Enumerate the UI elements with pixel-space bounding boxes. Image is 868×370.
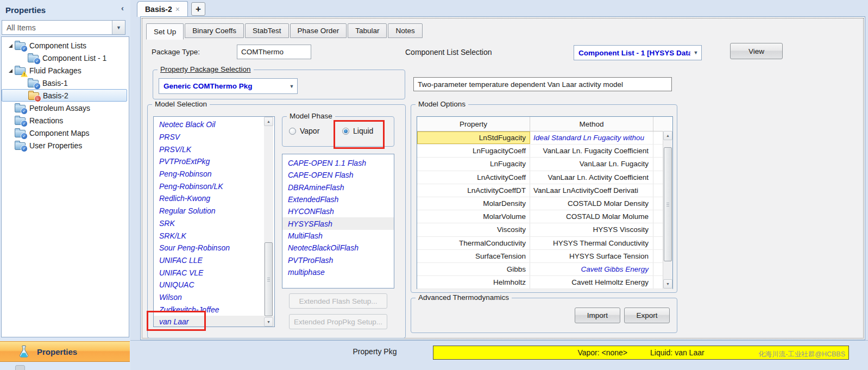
model-item-zudkevitch-joffee[interactable]: Zudkevitch-Joffee <box>154 303 274 316</box>
all-items-filter-select[interactable]: All Items ▼ <box>2 20 125 35</box>
method-cell[interactable]: HYSYS Viscosity <box>530 223 653 236</box>
model-item-peng-robinson-lk[interactable]: Peng-Robinson/LK <box>154 180 274 192</box>
tree-item-basis-2[interactable]: Basis-2 <box>2 89 127 102</box>
tree-expander-icon[interactable] <box>6 41 15 50</box>
model-item-wilson[interactable]: Wilson <box>154 291 274 304</box>
table-row-gibbs[interactable]: GibbsCavett Gibbs Energy <box>417 263 672 276</box>
chevron-down-icon[interactable]: ▼ <box>286 79 297 93</box>
property-package-select[interactable]: Generic COMThermo Pkg ▼ <box>159 78 298 94</box>
collapse-sidebar-icon[interactable]: ‹ <box>121 3 124 12</box>
method-cell[interactable]: VanLaar LnActivityCoeff Derivati <box>530 184 653 197</box>
close-tab-icon[interactable]: × <box>175 5 180 14</box>
table-row-viscosity[interactable]: ViscosityHYSYS Viscosity <box>417 223 672 236</box>
table-row-helmholtz[interactable]: HelmholtzCavett Helmoltz Energy <box>417 276 672 289</box>
document-tab-basis-2[interactable]: Basis-2 × <box>137 1 188 17</box>
method-cell[interactable]: VanLaar Ln. Fugacity <box>530 158 653 170</box>
tab-notes[interactable]: Notes <box>388 23 422 38</box>
method-cell[interactable]: Ideal Standard Ln Fugacity withou <box>530 131 653 144</box>
table-row-lnactivitycoeff[interactable]: LnActivityCoeffVanLaar Ln. Activity Coef… <box>417 171 672 184</box>
scrollbar-thumb[interactable] <box>265 242 273 316</box>
model-item-pvtproextpkg[interactable]: PVTProExtPkg <box>154 155 274 168</box>
table-scrollbar[interactable]: ▲ ▼ <box>663 131 672 289</box>
flash-list[interactable]: CAPE-OPEN 1.1 FlashCAPE-OPEN FlashDBRAmi… <box>282 154 394 289</box>
model-selection-list[interactable]: Neotec Black OilPRSVPRSV/LKPVTProExtPkgP… <box>153 116 275 327</box>
flash-item-hysysflash[interactable]: HYSYSFlash <box>282 217 394 229</box>
tree-item-component-list-1[interactable]: Component List - 1 <box>2 52 129 64</box>
model-item-prsv[interactable]: PRSV <box>154 131 274 143</box>
package-type-field[interactable]: COMThermo <box>237 45 311 59</box>
model-item-peng-robinson[interactable]: Peng-Robinson <box>154 168 274 180</box>
vapor-radio[interactable]: Vapor <box>289 127 319 135</box>
tree-item-component-lists[interactable]: Component Lists <box>2 39 129 52</box>
tab-binary-coeffs[interactable]: Binary Coeffs <box>185 23 244 38</box>
tree-item-petroleum-assays[interactable]: Petroleum Assays <box>2 102 129 114</box>
tab-set-up[interactable]: Set Up <box>146 23 184 40</box>
model-list-scrollbar[interactable]: ▲ ▼ <box>264 117 273 327</box>
table-row-surfacetension[interactable]: SurfaceTensionHYSYS Surface Tension <box>417 250 672 263</box>
method-cell[interactable]: COSTALD Molar Molume <box>530 210 653 223</box>
model-item-srk[interactable]: SRK <box>154 217 274 230</box>
chevron-down-icon[interactable]: ▼ <box>690 46 701 60</box>
method-cell[interactable]: HYSYS Thermal Conductivity <box>530 237 653 249</box>
table-row-thermalconductivity[interactable]: ThermalConductivityHYSYS Thermal Conduct… <box>417 237 672 250</box>
method-cell[interactable]: HYSYS Surface Tension <box>530 250 653 262</box>
property-cell[interactable]: MolarVolume <box>417 210 530 223</box>
property-cell[interactable]: LnActivityCoeffDT <box>417 184 530 197</box>
table-row-molardensity[interactable]: MolarDensityCOSTALD Molar Density <box>417 197 672 210</box>
property-cell[interactable]: ThermalConductivity <box>417 237 530 249</box>
tree-item-fluid-packages[interactable]: Fluid Packages <box>2 64 129 77</box>
method-cell[interactable]: VanLaar Ln. Activity Coefficient <box>530 171 653 184</box>
flash-item-hyconflash[interactable]: HYCONFlash <box>282 205 394 217</box>
model-item-sour-peng-robinson[interactable]: Sour Peng-Robinson <box>154 242 274 254</box>
model-item-regular-solution[interactable]: Regular Solution <box>154 205 274 217</box>
radio-checked-icon[interactable] <box>342 128 349 135</box>
chevron-down-icon[interactable]: ▼ <box>112 21 125 34</box>
property-cell[interactable]: Gibbs <box>417 263 530 275</box>
tree-item-basis-1[interactable]: Basis-1 <box>2 77 129 89</box>
tab-tabular[interactable]: Tabular <box>348 23 387 38</box>
radio-icon[interactable] <box>289 128 296 135</box>
flash-item-multiphase[interactable]: multiphase <box>282 266 394 278</box>
property-cell[interactable]: Helmholtz <box>417 276 530 289</box>
property-cell[interactable]: LnFugacity <box>417 158 530 170</box>
flash-item-neotecblackoilflash[interactable]: NeotecBlackOilFlash <box>282 242 394 254</box>
table-row-lnfugacitycoeff[interactable]: LnFugacityCoeffVanLaar Ln. Fugacity Coef… <box>417 145 672 158</box>
table-row-molarvolume[interactable]: MolarVolumeCOSTALD Molar Molume <box>417 210 672 223</box>
method-cell[interactable]: Cavett Gibbs Energy <box>530 263 653 275</box>
model-item-redlich-kwong[interactable]: Redlich-Kwong <box>154 192 274 205</box>
method-cell[interactable]: Cavett Helmoltz Energy <box>530 276 653 289</box>
property-cell[interactable]: Viscosity <box>417 223 530 236</box>
table-row-lnfugacity[interactable]: LnFugacityVanLaar Ln. Fugacity <box>417 158 672 171</box>
flash-item-cape-open-flash[interactable]: CAPE-OPEN Flash <box>282 169 394 181</box>
property-cell[interactable]: SurfaceTension <box>417 250 530 262</box>
model-item-srk-lk[interactable]: SRK/LK <box>154 229 274 242</box>
scroll-down-icon[interactable]: ▼ <box>264 317 273 327</box>
model-item-uniquac[interactable]: UNIQUAC <box>154 279 274 291</box>
view-button[interactable]: View <box>730 43 783 59</box>
tree-expander-icon[interactable] <box>6 66 15 75</box>
scroll-down-icon[interactable]: ▼ <box>663 279 672 289</box>
flash-item-pvtproflash[interactable]: PVTProFlash <box>282 254 394 266</box>
scrollbar-thumb[interactable] <box>664 147 672 261</box>
table-row-lnstdfugacity[interactable]: LnStdFugacityIdeal Standard Ln Fugacity … <box>417 131 672 145</box>
property-cell[interactable]: LnStdFugacity <box>417 131 530 144</box>
export-button[interactable]: Export <box>624 308 670 323</box>
tree-item-user-properties[interactable]: User Properties <box>2 139 129 152</box>
tree-item-component-maps[interactable]: Component Maps <box>2 127 129 139</box>
scroll-up-icon[interactable]: ▲ <box>264 117 273 126</box>
extended-proppkg-setup-button[interactable]: Extended PropPkg Setup... <box>289 314 387 329</box>
flash-item-cape-open-1-1-flash[interactable]: CAPE-OPEN 1.1 Flash <box>282 157 394 169</box>
table-row-lnactivitycoeffdt[interactable]: LnActivityCoeffDTVanLaar LnActivityCoeff… <box>417 184 672 197</box>
properties-nav-button[interactable]: Properties <box>0 341 130 362</box>
tab-phase-order[interactable]: Phase Order <box>290 23 347 38</box>
tab-stabtest[interactable]: StabTest <box>245 23 289 38</box>
liquid-radio[interactable]: Liquid <box>342 127 373 135</box>
model-item-unifac-vle[interactable]: UNIFAC VLE <box>154 266 274 279</box>
property-cell[interactable]: MolarDensity <box>417 197 530 210</box>
import-button[interactable]: Import <box>575 308 620 323</box>
method-cell[interactable]: VanLaar Ln. Fugacity Coefficient <box>530 145 653 157</box>
flash-item-dbramineflash[interactable]: DBRAmineFlash <box>282 181 394 193</box>
extended-flash-setup-button[interactable]: Extended Flash Setup... <box>289 293 387 309</box>
flash-item-multiflash[interactable]: MultiFlash <box>282 230 394 242</box>
component-list-select[interactable]: Component List - 1 [HYSYS Databanks] ▼ <box>574 45 702 60</box>
